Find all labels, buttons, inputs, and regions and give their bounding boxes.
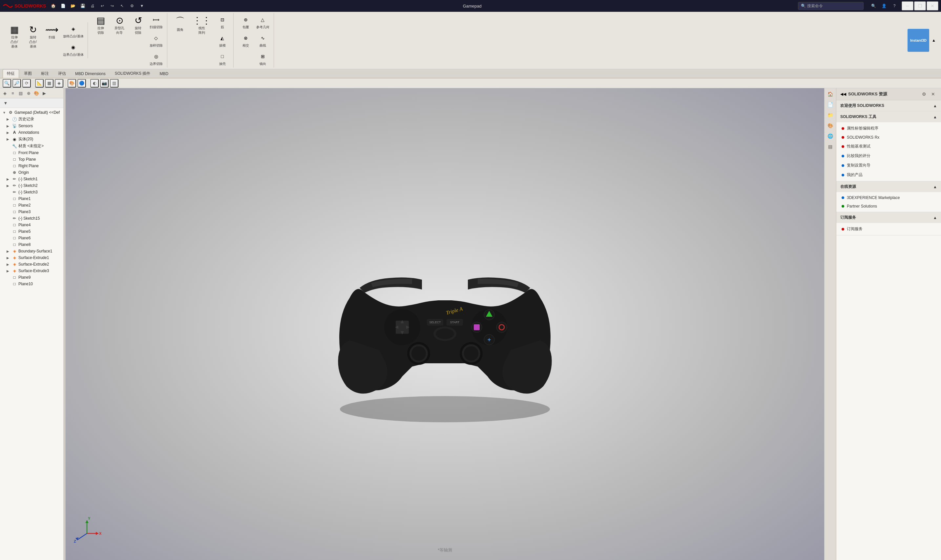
tree-item-annotations[interactable]: ▶ A Annotations — [0, 129, 65, 136]
search-zoom-btn[interactable]: 🔍 — [3, 79, 11, 88]
minimize-btn[interactable]: ─ — [902, 1, 913, 11]
tree-root[interactable]: ▼ ⚙ Gamepad (Default) <<Def — [0, 109, 65, 116]
rp-item-benchmark[interactable]: 性能基准测试 — [836, 142, 941, 151]
boundary-cut-btn[interactable]: ◎ 边界切除 — [148, 50, 164, 68]
tree-item-surface-extrude2[interactable]: ▶ ◈ Surface-Extrude2 — [0, 261, 65, 268]
tree-item-plane5[interactable]: □ Plane5 — [0, 228, 65, 235]
tree-item-history[interactable]: ▶ 🕐 历史记录 — [0, 116, 65, 123]
zoom-btn[interactable]: 🔎 — [12, 79, 21, 88]
render-btn[interactable]: 🔵 — [77, 79, 86, 88]
refresh-btn[interactable]: ⟳ — [22, 79, 31, 88]
rp-section-header-tools[interactable]: SOLIDWORKS 工具 ▲ — [836, 111, 941, 122]
tree-item-plane3[interactable]: □ Plane3 — [0, 209, 65, 215]
fm-propertyman-btn[interactable]: ≡ — [9, 89, 16, 97]
fm-configman-btn[interactable]: ▤ — [17, 89, 24, 97]
tree-item-plane9[interactable]: □ Plane9 — [0, 274, 65, 281]
tab-evaluate[interactable]: 评估 — [54, 69, 70, 78]
revolve-boss-btn[interactable]: ↻ 旋转凸台/基体 — [24, 22, 42, 58]
restore-btn[interactable]: ❐ — [914, 1, 926, 11]
hole-wizard-btn[interactable]: ⊙ 异型孔向导 — [111, 13, 129, 68]
rp-item-my-products[interactable]: 我的产品 — [836, 170, 941, 180]
rp-item-attr-editor[interactable]: 属性标签编辑程序 — [836, 124, 941, 133]
open-btn[interactable]: 📂 — [68, 1, 77, 11]
rp-item-partner[interactable]: Partner Solutions — [836, 202, 941, 211]
filter-icon[interactable]: ▼ — [2, 99, 9, 106]
extrude-cut-btn[interactable]: ▤ 拉伸切除 — [92, 13, 110, 68]
tab-features[interactable]: 特征 — [3, 69, 19, 78]
view-mode-btn[interactable]: ◈ — [55, 79, 63, 88]
loft-btn[interactable]: ◈ 放样凸台/基体 — [62, 22, 85, 40]
extrude-boss-btn[interactable]: ▦ 拉伸凸台/基体 — [5, 22, 23, 58]
rp-section-header-subscription[interactable]: 订阅服务 ▲ — [836, 212, 941, 223]
search-box[interactable]: 🔍 搜索命令 — [798, 2, 864, 10]
intersect-btn[interactable]: ⊗ 相交 — [238, 31, 254, 49]
undo-btn[interactable]: ↩ — [98, 1, 107, 11]
tree-item-boundary-surface1[interactable]: ▶ ◈ Boundary-Surface1 — [0, 248, 65, 254]
tree-item-plane2[interactable]: □ Plane2 — [0, 202, 65, 209]
fm-featuretree-btn[interactable]: ◈ — [1, 89, 9, 97]
rib-btn[interactable]: ⊟ 筋 — [214, 13, 231, 31]
tree-item-sketch2[interactable]: ▶ ✏ (-) Sketch2 — [0, 182, 65, 189]
scene-btn[interactable]: 🌐 — [826, 131, 835, 141]
view-orient-btn[interactable]: 📐 — [35, 79, 44, 88]
tree-item-plane1[interactable]: □ Plane1 — [0, 195, 65, 202]
print-btn[interactable]: 🖨 — [88, 1, 97, 11]
tree-item-plane8[interactable]: □ Plane8 — [0, 241, 65, 248]
document-btn[interactable]: 📄 — [826, 100, 835, 109]
sweep-btn[interactable]: ⟿ 扫描 — [43, 22, 61, 58]
tab-markup[interactable]: 标注 — [37, 69, 53, 78]
options-btn[interactable]: ⚙ — [127, 1, 136, 11]
tree-item-origin[interactable]: ⊕ Origin — [0, 169, 65, 176]
rp-item-sw-rx[interactable]: SOLIDWORKS Rx — [836, 133, 941, 142]
revolve-cut-btn[interactable]: ↺ 旋转切除 — [129, 13, 147, 68]
loft-cut-btn[interactable]: ◇ 放样切除 — [148, 31, 164, 49]
color-palette-btn[interactable]: 🎨 — [826, 121, 835, 130]
view-display-btn[interactable]: ▦ — [45, 79, 54, 88]
viewport[interactable]: + SELECT START Triple A Z — [66, 88, 824, 560]
mirror-btn[interactable]: ⊞ 镜向 — [255, 50, 271, 68]
tree-item-sketch1[interactable]: ▶ ✏ (-) Sketch1 — [0, 176, 65, 182]
rp-item-copy-settings[interactable]: 复制设置向导 — [836, 161, 941, 170]
ribbon-collapse[interactable]: ▲ — [932, 38, 938, 43]
tree-item-material[interactable]: 🔧 材质 <未指定> — [0, 143, 65, 149]
decals-btn[interactable]: ▤ — [826, 142, 835, 151]
boundary-boss-btn[interactable]: ◉ 边界凸台/基体 — [62, 41, 85, 58]
tree-item-sketch15[interactable]: ✏ (-) Sketch15 — [0, 215, 65, 222]
help-btn[interactable]: ? — [890, 1, 899, 11]
tree-item-plane4[interactable]: □ Plane4 — [0, 222, 65, 228]
user-btn[interactable]: 👤 — [879, 1, 889, 11]
tree-item-surface-extrude3[interactable]: ▶ ◈ Surface-Extrude3 — [0, 268, 65, 274]
color-btn[interactable]: 🎨 — [68, 79, 76, 88]
more-btn[interactable]: ▼ — [137, 1, 147, 11]
new-btn[interactable]: 📄 — [59, 1, 68, 11]
wrap-btn[interactable]: ⊛ 包覆 — [238, 13, 254, 31]
fillet-btn[interactable]: ⌒ 圆角 — [171, 13, 189, 68]
tree-item-top-plane[interactable]: □ Top Plane — [0, 156, 65, 163]
rp-settings-btn[interactable]: ⚙ — [920, 90, 928, 98]
solidworks-home-btn[interactable]: 🏠 — [826, 89, 835, 99]
tab-solidworks-plugins[interactable]: SOLIDWORKS 插件 — [111, 69, 155, 78]
zoom-search-btn[interactable]: 🔍 — [869, 1, 878, 11]
instant3d-btn[interactable]: Instant3D — [907, 29, 929, 52]
tree-item-surface-extrude1[interactable]: ▶ ◈ Surface-Extrude1 — [0, 254, 65, 261]
tree-item-sketch3[interactable]: ✏ (-) Sketch3 — [0, 189, 65, 195]
folder-btn[interactable]: 📁 — [826, 111, 835, 120]
tree-item-plane6[interactable]: □ Plane6 — [0, 235, 65, 241]
select-btn[interactable]: ↖ — [117, 1, 126, 11]
rp-section-header-online[interactable]: 在线资源 ▲ — [836, 181, 941, 192]
tree-item-right-plane[interactable]: □ Right Plane — [0, 163, 65, 169]
tab-sketch[interactable]: 草图 — [20, 69, 36, 78]
fm-appearance-btn[interactable]: 🎨 — [33, 89, 40, 97]
rp-item-3dexperience[interactable]: 3DEXPERIENCE Marketplace — [836, 194, 941, 202]
linear-pattern-btn[interactable]: ⋮⋮ 线性阵列 — [190, 13, 214, 68]
home-btn[interactable]: 🏠 — [49, 1, 58, 11]
redo-btn[interactable]: ↪ — [108, 1, 117, 11]
save-btn[interactable]: 💾 — [78, 1, 87, 11]
tree-scrollbar[interactable] — [63, 88, 65, 560]
rp-back-btn[interactable]: ◀◀ — [840, 92, 846, 96]
fm-dimxpert-btn[interactable]: ⊕ — [25, 89, 32, 97]
rp-item-subscribe[interactable]: 订阅服务 — [836, 224, 941, 234]
tree-item-plane10[interactable]: □ Plane10 — [0, 281, 65, 287]
close-btn[interactable]: ✕ — [927, 1, 938, 11]
ref-geometry-btn[interactable]: △ 参考几何 — [255, 13, 271, 31]
